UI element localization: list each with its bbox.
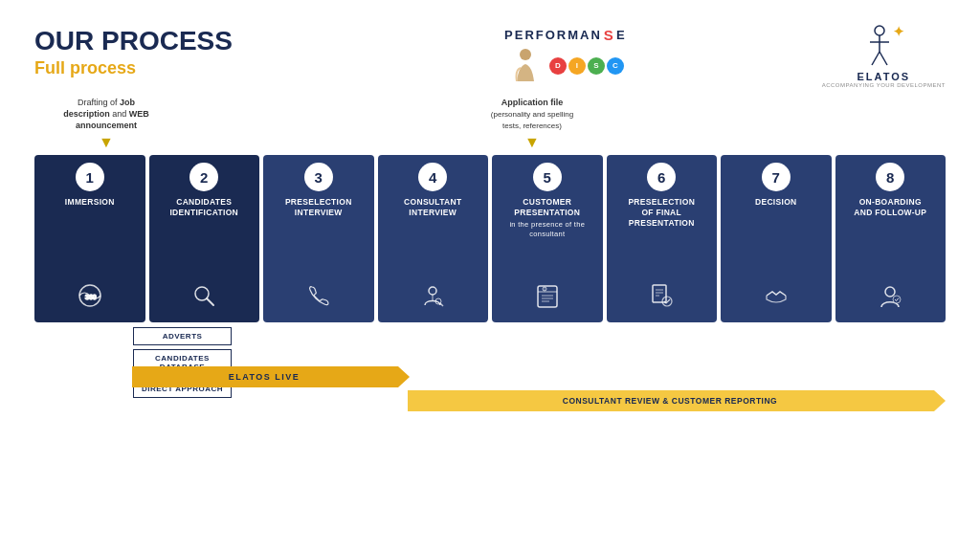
elatos-live-bar: ELATOS LIVE [132,366,410,387]
step-5-number: 5 [533,163,562,191]
step-4-number: 4 [418,163,447,191]
annotation-job: Drafting of Jobdescription and WEBannoun… [54,98,159,153]
step-4-label: CONSULTANTINTERVIEW [404,197,461,276]
step-8-icon [877,282,903,315]
step-2-label: CANDIDATESIDENTIFICATION [169,197,238,276]
step-6-icon [648,282,675,315]
step-8-number: 8 [876,163,904,191]
step-4-icon [419,282,446,315]
step-7-icon [763,282,790,315]
main-title: OUR PROCESS [34,27,233,56]
elatos-tagline: ACCOMPANYING YOUR DEVELOPMENT [822,82,946,88]
title-block: OUR PROCESS Full process [34,27,233,78]
performanse-logo: PERFORMANSE [504,27,626,43]
step-5-icon [534,282,561,315]
step-5-card: 5 CUSTOMERPRESENTATION in the presence o… [492,155,603,322]
elatos-name: ELATOS [858,71,911,82]
elatos-logo: ✦ ELATOS ACCOMPANYING YOUR DEVELOPMENT [822,23,946,88]
steps-row: 1 IMMERSION 360 2 CANDIDATESIDENTIFICATI… [34,155,946,322]
sub-title: Full process [34,58,233,78]
disc-circles: D I S C [549,57,624,75]
disc-i: I [568,57,586,75]
header: OUR PROCESS Full process PERFORMANSE [34,27,946,88]
step-1-number: 1 [76,163,104,191]
step-6-card: 6 PRESELECTIONOF FINALPRESENTATION [607,155,718,322]
step-4-card: 4 CONSULTANTINTERVIEW [378,155,489,322]
svg-point-27 [885,287,895,297]
svg-line-10 [207,298,213,305]
step-6-number: 6 [647,163,676,191]
annotation-app: Application file (personality and spelli… [475,98,590,153]
step-1-card: 1 IMMERSION 360 [34,155,145,322]
talent-logo [507,47,544,81]
svg-point-26 [662,297,672,306]
annotations-row: Drafting of Jobdescription and WEBannoun… [34,94,946,153]
disc-d: D [549,57,567,75]
svg-line-4 [872,52,880,65]
step-3-icon [305,282,332,315]
step-2-number: 2 [189,163,218,191]
step-2-card: 2 CANDIDATESIDENTIFICATION [149,155,260,322]
svg-point-1 [875,26,884,35]
step-3-number: 3 [304,163,333,191]
step-8-label: ON-BOARDINGAND FOLLOW-UP [854,197,926,276]
svg-text:360: 360 [85,294,97,300]
svg-line-5 [880,52,887,65]
svg-text:✦: ✦ [893,24,904,39]
step-1-label: IMMERSION [65,197,115,276]
consultant-review-bar: CONSULTANT REVIEW & CUSTOMER REPORTING [408,390,946,411]
step-2-icon [190,282,217,315]
step-3-label: PRESELECTIONINTERVIEW [285,197,352,276]
below-row: ADVERTS CANDIDATESDATABASE DIRECT APPROA… [34,327,946,411]
step-6-label: PRESELECTIONOF FINALPRESENTATION [628,197,695,276]
disc-c: C [607,57,624,75]
page: OUR PROCESS Full process PERFORMANSE [0,0,980,551]
elatos-figure-icon: ✦ [858,23,908,69]
step-8-card: 8 ON-BOARDINGAND FOLLOW-UP [835,155,947,322]
disc-s: S [588,57,605,75]
step-7-number: 7 [762,163,791,191]
step-7-label: DECISION [755,197,797,276]
step-5-label: CUSTOMERPRESENTATION in the presence of … [496,197,599,276]
step-1-icon: 360 [77,282,103,315]
svg-point-0 [520,49,531,60]
center-logo: PERFORMANSE D I S C [504,27,626,81]
svg-point-11 [429,287,436,295]
step-7-card: 7 DECISION [721,155,832,322]
svg-line-14 [440,303,443,306]
step-3-card: 3 PRESELECTIONINTERVIEW [263,155,374,322]
svg-rect-22 [653,285,666,302]
svg-rect-15 [538,286,557,307]
svg-point-28 [893,296,901,303]
adverts-box: ADVERTS [133,327,232,345]
